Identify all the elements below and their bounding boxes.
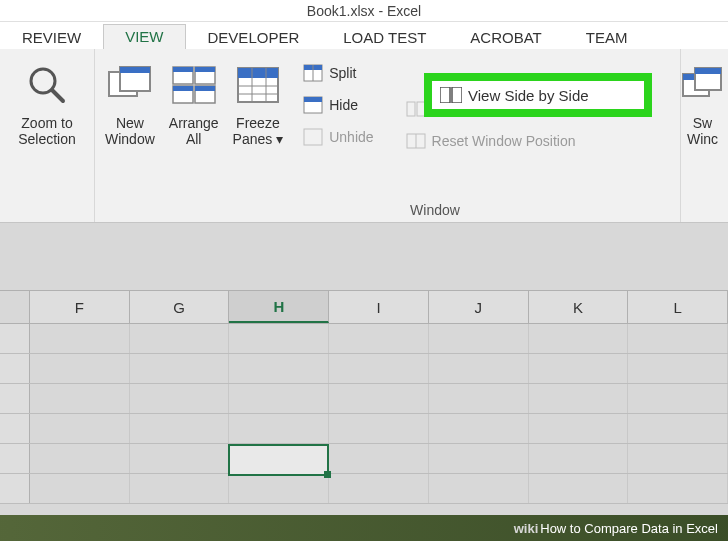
ribbon: Zoom to Selection New Window xyxy=(0,49,728,223)
column-header-j[interactable]: J xyxy=(429,291,529,323)
column-header-f[interactable]: F xyxy=(30,291,130,323)
column-header-h[interactable]: H xyxy=(229,291,329,323)
select-all-corner[interactable] xyxy=(0,291,30,323)
titlebar: Book1.xlsx - Excel xyxy=(0,0,728,22)
tab-developer[interactable]: DEVELOPER xyxy=(186,25,322,49)
unhide-icon xyxy=(303,128,323,146)
magnifier-icon xyxy=(23,61,71,109)
unhide-button: Unhide xyxy=(297,121,379,153)
svg-rect-33 xyxy=(440,87,450,103)
table-row[interactable] xyxy=(0,384,728,414)
ribbon-group-zoom: Zoom to Selection xyxy=(0,49,95,222)
arrange-all-button[interactable]: Arrange All xyxy=(163,57,225,157)
grid-rows xyxy=(0,324,728,504)
zoom-to-selection-button[interactable]: Zoom to Selection xyxy=(12,57,82,151)
hide-icon xyxy=(303,96,323,114)
spreadsheet-grid[interactable]: F G H I J K L xyxy=(0,290,728,531)
tutorial-highlight: View Side by Side xyxy=(424,73,652,117)
svg-rect-10 xyxy=(173,86,193,91)
freeze-panes-button[interactable]: Freeze Panes ▾ xyxy=(227,57,290,157)
svg-rect-25 xyxy=(407,102,415,116)
ribbon-group-switch: Sw Winc xyxy=(680,49,728,222)
freeze-panes-label: Freeze Panes ▾ xyxy=(233,115,284,147)
hide-button[interactable]: Hide xyxy=(297,89,379,121)
svg-rect-32 xyxy=(695,68,721,74)
svg-rect-4 xyxy=(120,67,150,73)
arrange-all-label: Arrange All xyxy=(169,115,219,147)
new-window-label: New Window xyxy=(105,115,155,147)
svg-rect-24 xyxy=(304,129,322,145)
tab-view[interactable]: VIEW xyxy=(103,24,185,49)
reset-window-position-label: Reset Window Position xyxy=(432,133,576,149)
table-row[interactable] xyxy=(0,444,728,474)
svg-rect-34 xyxy=(452,87,462,103)
split-button[interactable]: Split xyxy=(297,57,379,89)
table-row[interactable] xyxy=(0,354,728,384)
ribbon-group-label-window: Window xyxy=(190,202,680,218)
arrange-all-icon xyxy=(170,61,218,109)
column-headers-row: F G H I J K L xyxy=(0,290,728,324)
sync-scroll-icon xyxy=(406,101,426,117)
table-row[interactable] xyxy=(0,414,728,444)
tab-load-test[interactable]: LOAD TEST xyxy=(321,25,448,49)
svg-rect-23 xyxy=(304,97,322,102)
new-window-button[interactable]: New Window xyxy=(99,57,161,157)
reset-window-icon xyxy=(406,133,426,149)
table-row[interactable] xyxy=(0,474,728,504)
unhide-label: Unhide xyxy=(329,129,373,145)
zoom-to-selection-label: Zoom to Selection xyxy=(18,115,76,147)
switch-windows-icon xyxy=(680,61,727,109)
column-header-i[interactable]: I xyxy=(329,291,429,323)
split-label: Split xyxy=(329,65,356,81)
svg-rect-8 xyxy=(195,67,215,72)
view-side-by-side-icon xyxy=(440,87,462,103)
column-header-g[interactable]: G xyxy=(130,291,230,323)
tab-review[interactable]: REVIEW xyxy=(0,25,103,49)
ribbon-tabs: REVIEW VIEW DEVELOPER LOAD TEST ACROBAT … xyxy=(0,22,728,49)
caption-text: How to Compare Data in Excel xyxy=(540,521,718,536)
hide-label: Hide xyxy=(329,97,358,113)
table-row[interactable] xyxy=(0,324,728,354)
column-header-k[interactable]: K xyxy=(529,291,629,323)
split-icon xyxy=(303,64,323,82)
svg-rect-14 xyxy=(238,68,278,78)
svg-rect-12 xyxy=(195,86,215,91)
window-title: Book1.xlsx - Excel xyxy=(307,3,421,19)
reset-window-position-button: Reset Window Position xyxy=(400,125,582,157)
svg-line-1 xyxy=(52,90,63,101)
switch-windows-label: Sw Winc xyxy=(687,115,718,147)
tab-team[interactable]: TEAM xyxy=(564,25,650,49)
switch-windows-button[interactable]: Sw Winc xyxy=(680,57,728,151)
tab-acrobat[interactable]: ACROBAT xyxy=(448,25,563,49)
column-header-l[interactable]: L xyxy=(628,291,728,323)
freeze-panes-icon xyxy=(234,61,282,109)
svg-rect-6 xyxy=(173,67,193,72)
caption-brand: wiki xyxy=(514,521,539,536)
tutorial-caption: wiki How to Compare Data in Excel xyxy=(0,515,728,541)
new-window-icon xyxy=(106,61,154,109)
view-side-by-side-label: View Side by Side xyxy=(468,87,589,104)
